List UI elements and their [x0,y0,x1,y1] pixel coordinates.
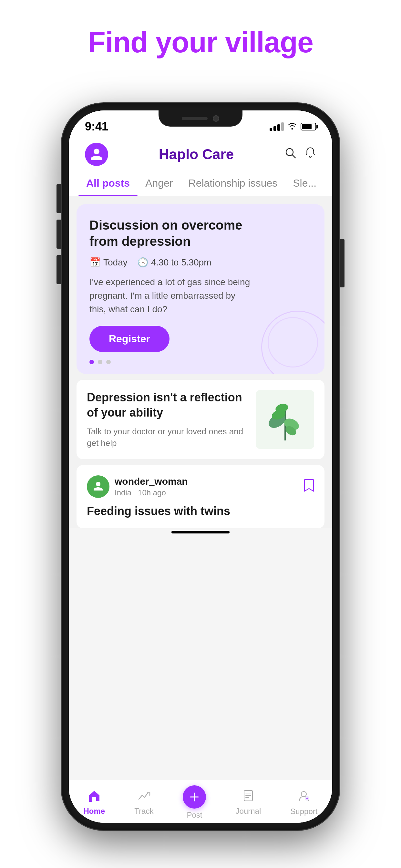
app-content: Discussion on overcome from depression 📅… [69,196,332,528]
signal-icon [270,122,284,131]
clock-icon: 🕓 [137,257,149,268]
app-title: Haplo Care [159,146,234,162]
nav-journal-label: Journal [236,807,261,816]
post-card[interactable]: wonder_woman India 10h ago [76,465,325,528]
nav-support-label: Support [290,807,317,816]
bell-icon[interactable] [305,147,316,162]
banner-time: 🕓 4.30 to 5.30pm [137,257,212,268]
svg-line-1 [292,155,296,158]
app-header: Haplo Care [69,136,332,171]
nav-home[interactable]: Home [84,789,105,816]
post-user: wonder_woman India 10h ago [87,475,188,498]
tab-anger[interactable]: Anger [137,171,181,196]
register-button[interactable]: Register [89,326,169,352]
slide-dots [89,360,312,364]
header-actions [284,147,316,162]
post-fab-button[interactable] [183,785,206,809]
article-title: Depression isn't a reflection of your ab… [87,390,250,421]
calendar-icon: 📅 [89,257,101,268]
status-time: 9:41 [85,120,108,133]
post-title: Feeding issues with twins [87,504,314,518]
post-time: 10h ago [138,488,166,497]
banner-time-text: 4.30 to 5.30pm [151,257,212,268]
notch [158,111,243,127]
battery-icon [301,123,316,130]
tab-all-posts[interactable]: All posts [79,171,137,196]
status-icons [270,122,316,132]
banner-description: I've experienced a lot of gas since bein… [89,275,251,316]
dot-2[interactable] [98,360,102,364]
nav-track-label: Track [134,807,153,816]
home-indicator [172,531,229,533]
article-description: Talk to your doctor or your loved ones a… [87,426,250,449]
nav-journal[interactable]: Journal [236,789,261,816]
track-icon [137,789,150,805]
banner-meta: 📅 Today 🕓 4.30 to 5.30pm [89,257,312,268]
article-text-content: Depression isn't a reflection of your ab… [87,390,250,449]
avatar-icon [91,480,105,493]
user-location-time: India 10h ago [115,488,188,497]
dot-3[interactable] [106,360,111,364]
svg-point-15 [301,792,306,797]
banner-date-text: Today [103,257,127,268]
article-card[interactable]: Depression isn't a reflection of your ab… [76,380,325,459]
support-icon [297,789,310,805]
username: wonder_woman [115,476,188,487]
battery-fill [302,124,312,129]
user-location: India [115,488,131,497]
post-header: wonder_woman India 10h ago [87,475,314,498]
article-image [256,390,314,449]
user-details: wonder_woman India 10h ago [115,476,188,497]
nav-post-label: Post [187,810,202,819]
wifi-icon [288,122,297,132]
bookmark-icon[interactable] [304,479,314,495]
banner-title: Discussion on overcome from depression [89,217,244,249]
search-icon[interactable] [284,147,297,162]
tab-sleep[interactable]: Sle... [285,171,324,196]
dot-1[interactable] [89,360,94,364]
user-avatar [87,475,110,498]
phone-container: 9:41 [62,103,339,830]
nav-home-label: Home [84,807,105,816]
nav-support[interactable]: Support [290,789,317,816]
plant-icon [261,395,309,444]
journal-icon [242,789,254,805]
nav-post[interactable]: Post [183,785,206,819]
phone-bezel: 9:41 [62,103,339,830]
banner-date: 📅 Today [89,257,127,268]
nav-track[interactable]: Track [134,789,153,816]
avatar[interactable] [85,143,108,166]
user-icon [89,147,104,161]
phone-screen: 9:41 [69,111,332,823]
bottom-nav: Home Track [69,779,332,823]
tab-relationship-issues[interactable]: Relationship issues [181,171,285,196]
banner-card: Discussion on overcome from depression 📅… [76,204,325,374]
notch-speaker [182,117,208,120]
page-headline: Find your village [0,0,401,59]
home-icon [88,789,101,805]
tabs-bar: All posts Anger Relationship issues Sle.… [69,171,332,196]
notch-camera [213,115,219,122]
